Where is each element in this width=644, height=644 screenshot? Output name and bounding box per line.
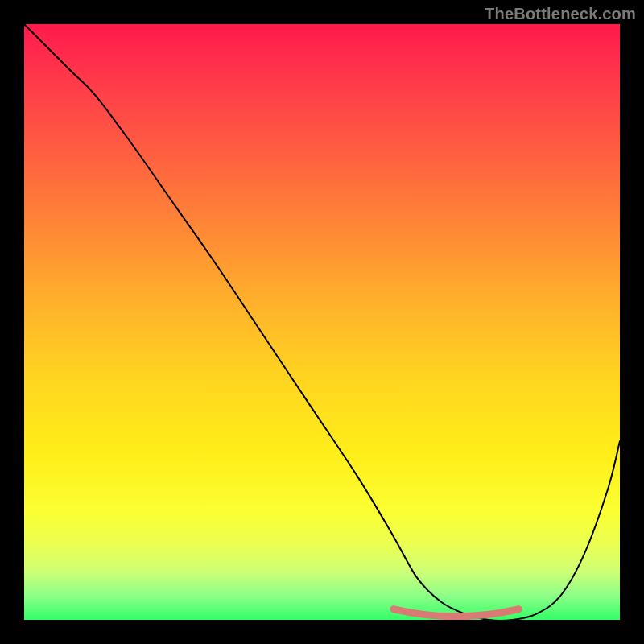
chart-svg <box>24 24 620 620</box>
watermark-text: TheBottleneck.com <box>485 5 636 23</box>
bottleneck-curve-path <box>24 24 620 620</box>
chart-plot-area <box>24 24 620 620</box>
chart-frame: TheBottleneck.com <box>0 0 644 644</box>
